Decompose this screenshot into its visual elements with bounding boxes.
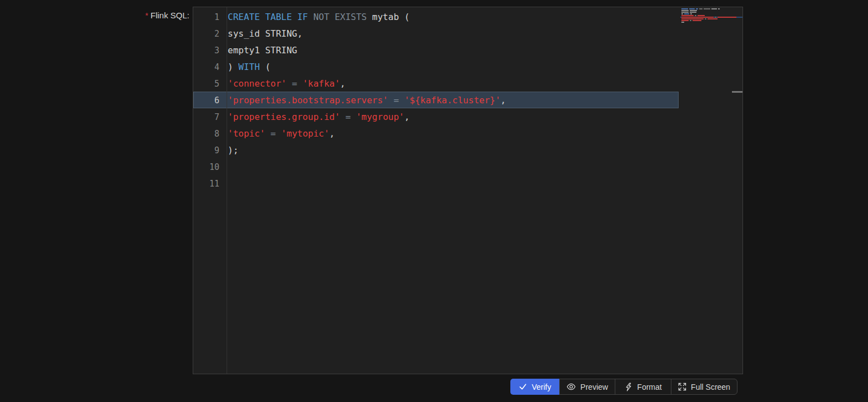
thunderbolt-icon [624, 383, 633, 391]
code-area[interactable]: 1CREATE TABLE IF NOT EXISTS mytab (2sys_… [193, 9, 742, 192]
minimap[interactable] [680, 8, 742, 23]
flink-sql-label: *Flink SQL: [0, 7, 189, 24]
code-text: CREATE TABLE IF NOT EXISTS mytab ( [227, 9, 742, 26]
format-button-label: Format [637, 383, 661, 391]
code-text [227, 175, 742, 192]
sql-code-editor[interactable]: 1CREATE TABLE IF NOT EXISTS mytab (2sys_… [193, 7, 743, 374]
format-button[interactable]: Format [615, 379, 671, 395]
code-text: ); [227, 142, 742, 159]
code-text: ) WITH ( [227, 59, 742, 76]
code-line[interactable]: 8'topic' = 'mytopic', [193, 125, 742, 142]
minimap-line [680, 8, 742, 9]
line-number: 5 [193, 76, 227, 92]
code-line[interactable]: 10 [193, 159, 742, 175]
code-line[interactable]: 4) WITH ( [193, 59, 742, 76]
minimap-line [680, 17, 742, 18]
minimap-line [680, 18, 742, 19]
code-text: empty1 STRING [227, 42, 742, 59]
line-number: 6 [193, 92, 227, 109]
line-number: 9 [193, 142, 227, 159]
fullscreen-button[interactable]: Full Screen [671, 379, 737, 395]
overview-ruler-mark [732, 91, 742, 93]
required-marker: * [145, 11, 148, 20]
editor-toolbar: Verify Preview Format Full Scr [510, 379, 737, 395]
code-line[interactable]: 6'properties.bootstrap.servers' = '${kaf… [193, 92, 742, 109]
code-text: 'properties.group.id' = 'mygroup', [227, 109, 742, 125]
check-icon [519, 383, 527, 391]
code-text: 'properties.bootstrap.servers' = '${kafk… [227, 92, 742, 109]
code-line[interactable]: 5'connector' = 'kafka', [193, 76, 742, 92]
code-line[interactable]: 3empty1 STRING [193, 42, 742, 59]
code-line[interactable]: 1CREATE TABLE IF NOT EXISTS mytab ( [193, 9, 742, 26]
line-number: 3 [193, 42, 227, 59]
preview-button-label: Preview [580, 383, 608, 391]
page: *Flink SQL: 1CREATE TABLE IF NOT EXISTS … [0, 0, 868, 402]
minimap-line [680, 22, 742, 23]
line-number: 11 [193, 175, 227, 192]
gutter-separator [227, 7, 227, 374]
fullscreen-button-label: Full Screen [691, 383, 730, 391]
line-number: 10 [193, 159, 227, 175]
preview-button[interactable]: Preview [559, 379, 615, 395]
code-text [227, 159, 742, 175]
code-line[interactable]: 9); [193, 142, 742, 159]
line-number: 1 [193, 9, 227, 26]
minimap-line [680, 10, 742, 11]
code-text: 'topic' = 'mytopic', [227, 125, 742, 142]
line-number: 8 [193, 125, 227, 142]
minimap-line [680, 15, 742, 16]
fullscreen-icon [678, 383, 686, 391]
verify-button-label: Verify [531, 383, 551, 391]
verify-button[interactable]: Verify [510, 379, 560, 395]
code-line[interactable]: 7'properties.group.id' = 'mygroup', [193, 109, 742, 125]
eye-icon [566, 382, 576, 391]
line-number: 7 [193, 109, 227, 125]
minimap-line [680, 12, 742, 13]
code-text: sys_id STRING, [227, 26, 742, 42]
minimap-line [680, 20, 742, 21]
code-line[interactable]: 2sys_id STRING, [193, 26, 742, 42]
code-text: 'connector' = 'kafka', [227, 76, 742, 92]
code-line[interactable]: 11 [193, 175, 742, 192]
flink-sql-label-text: Flink SQL: [150, 11, 189, 20]
minimap-line [680, 13, 742, 14]
line-number: 2 [193, 26, 227, 42]
line-number: 4 [193, 59, 227, 76]
